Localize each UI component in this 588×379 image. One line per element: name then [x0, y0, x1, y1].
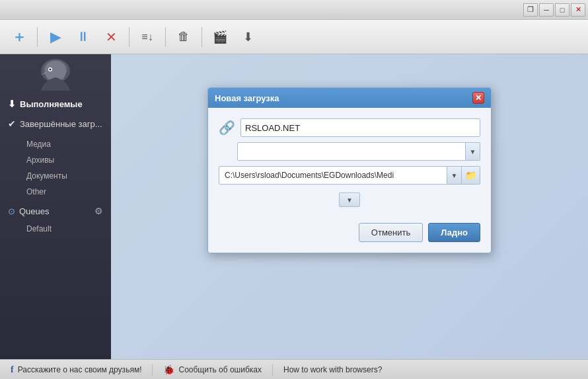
queues-circle-icon: ⊙: [8, 206, 15, 216]
logo-area: [0, 54, 111, 94]
dialog-close-button[interactable]: ✕: [472, 92, 484, 104]
sidebar: ⬇ Выполняемые ✔ Завершённые загр... Меди…: [0, 54, 111, 359]
app-logo: [36, 58, 75, 91]
queue-icon: ≡↓: [141, 31, 153, 43]
password-row: ▼: [237, 142, 480, 161]
stop-button[interactable]: ✕: [98, 24, 124, 50]
toolbar: ＋ ▶ ⏸ ✕ ≡↓ 🗑 🎬 ⬇: [0, 20, 588, 54]
play-icon: ▶: [50, 28, 61, 46]
facebook-icon: f: [11, 364, 14, 375]
minimize-button[interactable]: ─: [539, 3, 554, 17]
sidebar-completed-label: Завершённые загр...: [20, 119, 102, 129]
statusbar: f Расскажите о нас своим друзьям! 🐞 Сооб…: [0, 359, 588, 379]
sidebar-item-media[interactable]: Медиа: [16, 136, 111, 152]
path-dropdown-button[interactable]: ▼: [447, 166, 462, 185]
download-button[interactable]: ⬇: [235, 24, 260, 50]
statusbar-friends-label: Расскажите о нас своим друзьям!: [18, 365, 142, 374]
close-button[interactable]: ✕: [571, 3, 585, 17]
extra-dropdown-row: ▼: [219, 192, 480, 207]
sidebar-item-queues[interactable]: ⊙ Queues ⚙: [0, 201, 111, 221]
queue-button[interactable]: ≡↓: [135, 24, 160, 50]
play-button[interactable]: ▶: [43, 24, 68, 50]
pause-button[interactable]: ⏸: [71, 24, 96, 50]
sidebar-archives-label: Архивы: [26, 155, 54, 165]
ok-button[interactable]: Ладно: [428, 223, 480, 242]
url-row: 🔗: [219, 118, 480, 137]
content-area: Новая загрузка ✕ 🔗 ▼: [111, 54, 588, 359]
queues-label: Queues: [19, 206, 50, 216]
sidebar-default-label: Default: [26, 224, 52, 233]
cancel-button[interactable]: Отменить: [359, 223, 423, 242]
toolbar-separator-3: [165, 27, 166, 47]
extra-dropdown-button[interactable]: ▼: [339, 192, 360, 207]
toolbar-separator-4: [202, 27, 202, 47]
sidebar-documents-label: Документы: [26, 171, 67, 181]
sidebar-other-label: Other: [26, 187, 46, 196]
path-row: ▼ 📁: [219, 166, 480, 185]
add-button[interactable]: ＋: [7, 24, 32, 50]
link-icon: 🔗: [219, 120, 235, 136]
sidebar-media-label: Медиа: [26, 140, 51, 149]
dialog-header: Новая загрузка ✕: [208, 88, 491, 108]
delete-icon: 🗑: [178, 30, 190, 44]
maximize-button[interactable]: □: [555, 3, 570, 17]
dialog-title: Новая загрузка: [215, 93, 279, 103]
toolbar-separator-2: [129, 27, 129, 47]
gear-icon[interactable]: ⚙: [94, 206, 103, 216]
password-input[interactable]: [237, 142, 466, 161]
close-icon: ✕: [475, 93, 482, 103]
toolbar-separator-1: [37, 27, 38, 47]
download-icon: ⬇: [243, 30, 253, 44]
statusbar-bugreport[interactable]: 🐞 Сообщить об ошибках: [153, 360, 272, 379]
path-input[interactable]: [219, 166, 447, 185]
statusbar-bug-label: Сообщить об ошибках: [178, 365, 262, 374]
stop-icon: ✕: [106, 29, 117, 45]
chevron-down-icon: ▼: [451, 172, 458, 179]
sidebar-sub-items: Медиа Архивы Документы Other: [0, 136, 111, 200]
sidebar-running-label: Выполняемые: [20, 99, 83, 109]
dialog-body: 🔗 ▼ ▼ 📁: [208, 108, 491, 223]
sidebar-item-completed[interactable]: ✔ Завершённые загр...: [0, 114, 111, 134]
title-bar: ❐ ─ □ ✕: [0, 0, 588, 20]
restore-button[interactable]: ❐: [523, 3, 538, 17]
sidebar-sub-queues: Default: [0, 221, 111, 237]
password-dropdown-button[interactable]: ▼: [466, 142, 480, 161]
pause-icon: ⏸: [77, 29, 90, 44]
svg-point-3: [50, 69, 52, 71]
statusbar-friends[interactable]: f Расскажите о нас своим друзьям!: [0, 360, 152, 379]
sidebar-item-archives[interactable]: Архивы: [16, 152, 111, 168]
sidebar-item-documents[interactable]: Документы: [16, 168, 111, 184]
chevron-down-icon: ▼: [470, 148, 476, 155]
video-button[interactable]: 🎬: [207, 24, 233, 50]
add-icon: ＋: [12, 27, 26, 47]
running-icon: ⬇: [8, 99, 16, 109]
statusbar-browsers-label: How to work with browsers?: [283, 365, 382, 374]
folder-icon: 📁: [465, 170, 476, 181]
sidebar-item-other[interactable]: Other: [16, 184, 111, 200]
sidebar-item-running[interactable]: ⬇ Выполняемые: [0, 94, 111, 114]
title-bar-controls: ❐ ─ □ ✕: [523, 3, 585, 17]
sidebar-item-default[interactable]: Default: [16, 221, 111, 237]
new-download-dialog: Новая загрузка ✕ 🔗 ▼: [207, 87, 492, 253]
url-input[interactable]: [240, 118, 480, 137]
statusbar-browsers[interactable]: How to work with browsers?: [273, 360, 392, 379]
video-icon: 🎬: [213, 30, 227, 44]
chevron-down-icon: ▼: [346, 196, 353, 204]
main-area: ⬇ Выполняемые ✔ Завершённые загр... Меди…: [0, 54, 588, 359]
delete-button[interactable]: 🗑: [171, 24, 196, 50]
bug-icon: 🐞: [163, 364, 174, 375]
browse-folder-button[interactable]: 📁: [462, 166, 480, 185]
dialog-footer: Отменить Ладно: [208, 223, 491, 253]
completed-icon: ✔: [8, 118, 16, 129]
